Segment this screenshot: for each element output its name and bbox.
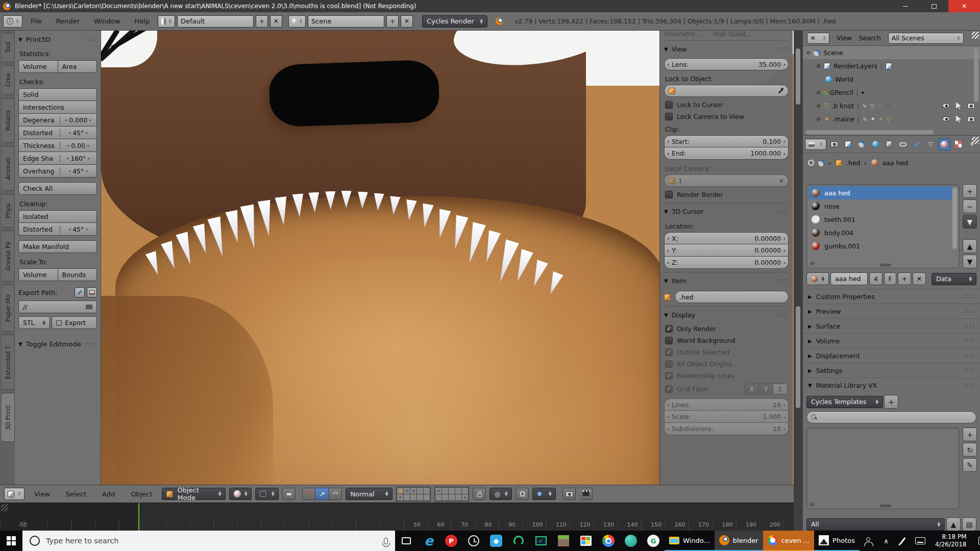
axis-z-toggle[interactable]: Z	[773, 384, 788, 394]
cleanup-distorted-row[interactable]: Distorted ◂45°▸	[18, 223, 97, 236]
add-row-icon[interactable]: ⊕	[810, 260, 815, 267]
lock-to-scene-toggle[interactable]	[473, 488, 486, 500]
collapse-arrow-icon[interactable]: ▼	[664, 46, 668, 52]
editor-type-3dview-button[interactable]: ▲▼	[4, 488, 24, 500]
clear-icon[interactable]: ✕	[779, 177, 784, 185]
checkbox[interactable]: ✓	[665, 372, 673, 380]
screen-layout-selector[interactable]: Default	[177, 15, 254, 28]
taskbar-search-box[interactable]: Type here to search	[22, 531, 395, 551]
selectable-cursor-icon[interactable]	[956, 103, 961, 109]
resize-grip-icon[interactable]	[880, 505, 891, 507]
matlib-template-dropdown[interactable]: Cycles Templates ▲▼	[806, 396, 883, 408]
axis-x-toggle[interactable]: X	[745, 384, 759, 394]
slot-specials-button[interactable]: ▼	[963, 215, 977, 229]
visibility-eye-icon[interactable]	[942, 116, 950, 121]
checkbox[interactable]	[665, 360, 673, 368]
shelf-tab-create[interactable]: Crea	[2, 65, 15, 95]
minimize-button[interactable]: —	[891, 0, 920, 12]
editor-corner-grip[interactable]	[1, 504, 8, 511]
material-slot[interactable]: body.004	[808, 226, 952, 239]
panel-grip-icon[interactable]	[963, 294, 975, 298]
menu-help[interactable]: Help	[128, 17, 156, 25]
check-thickness-row[interactable]: Thickness ◂0.00▸	[18, 139, 97, 152]
overhang-button[interactable]: Overhang	[19, 167, 60, 175]
visibility-eye-icon[interactable]	[942, 103, 950, 108]
fake-user-button[interactable]: F	[884, 272, 896, 285]
grid-lines-field[interactable]: ◂Lines: 16▸	[664, 398, 789, 411]
section-preview[interactable]: ▶ Preview	[803, 304, 980, 318]
material-slot[interactable]: nose	[808, 199, 952, 213]
section-settings[interactable]: ▶ Settings	[803, 363, 980, 378]
menu-render[interactable]: Render	[50, 17, 86, 25]
outliner-row-gpencil[interactable]: ⊕ GPencil |	[803, 86, 980, 99]
outliner-item-label[interactable]: .b knot	[831, 102, 854, 110]
panel-grip-icon[interactable]	[963, 368, 975, 372]
scale-volume-button[interactable]: Volume	[18, 268, 58, 281]
cursor-x-field[interactable]: ◂X: 0.00000▸	[664, 232, 789, 244]
volume-button[interactable]: Volume	[18, 60, 58, 73]
material-slot[interactable]: gumbs.001	[808, 239, 952, 253]
cursor-z-field[interactable]: ◂Z: 0.00000▸	[664, 257, 789, 269]
timeline-editor[interactable]: -505060708090100110120130140150160170180…	[0, 503, 794, 531]
outliner-menu-view[interactable]: View	[837, 34, 852, 42]
unlink-material-button[interactable]: ✕	[913, 272, 926, 285]
image-icon-button[interactable]	[87, 287, 97, 297]
collapse-arrow-icon[interactable]: ▼	[664, 278, 668, 284]
manipulator-translate-button[interactable]: ↗	[315, 488, 329, 500]
clip-end-field[interactable]: ◂End: 1000.000▸	[664, 147, 789, 160]
timeline-playhead[interactable]	[138, 503, 139, 531]
add-layout-button[interactable]: +	[256, 15, 268, 28]
outliner-item-label[interactable]: Scene	[823, 49, 843, 57]
editor-type-properties-button[interactable]: ▲▼	[805, 139, 826, 150]
add-slot-button[interactable]: +	[963, 184, 977, 198]
panel-grip-icon[interactable]	[85, 342, 97, 346]
collapse-arrow-icon[interactable]: ▼	[664, 209, 668, 214]
outliner-item-label[interactable]: RenderLayers	[834, 62, 877, 70]
expand-icon[interactable]: ⊕	[816, 89, 821, 96]
screen-layout-icon-button[interactable]: ▲▼	[158, 15, 175, 28]
panel-grip-icon[interactable]	[963, 309, 975, 313]
expand-icon[interactable]: ⊕	[816, 63, 821, 69]
timeline-ruler[interactable]: -505060708090100110120130140150160170180…	[0, 519, 794, 531]
render-border-row[interactable]: Render Border	[665, 191, 788, 198]
move-slot-down-button[interactable]: ▼	[963, 255, 977, 268]
collapse-arrow-icon[interactable]: ▼	[18, 37, 22, 42]
panel-grip-icon[interactable]	[776, 279, 789, 283]
expand-icon[interactable]: ⊕	[816, 116, 821, 122]
relationship-lines-row[interactable]: ✓ Relationship Lines	[665, 372, 788, 380]
taskbar-pinterest[interactable]: P	[440, 531, 462, 551]
taskbar-grammarly[interactable]: G	[642, 531, 665, 551]
checkbox[interactable]	[665, 337, 673, 344]
grid-scale-field[interactable]: ◂Scale: 1.000▸	[664, 411, 789, 423]
tray-clock[interactable]: 8:18 PM 4/26/2018	[931, 533, 971, 548]
degenerate-button[interactable]: Degenera	[19, 116, 60, 124]
grid-floor-row[interactable]: ✓ Grid Floor X Y Z	[665, 384, 788, 394]
scrollbar[interactable]	[796, 48, 800, 105]
close-layout-button[interactable]: ✕	[270, 15, 282, 28]
material-name-field[interactable]: aaa hed	[830, 272, 868, 285]
transform-orientation-dropdown[interactable]: Normal ▲▼	[346, 488, 393, 500]
shelf-tab-physics[interactable]: Physi	[2, 194, 15, 228]
lock-object-field[interactable]	[664, 85, 789, 97]
axis-y-toggle[interactable]: Y	[759, 384, 773, 394]
scenes-filter-dropdown[interactable]: All Scenes ▲▼	[888, 33, 964, 44]
clip-start-field[interactable]: ◂Start: 0.100▸	[664, 135, 789, 147]
collapse-icon[interactable]: ⊖	[806, 49, 811, 56]
cursor-y-field[interactable]: ◂Y: 0.00000▸	[664, 244, 789, 257]
panel-grip-icon[interactable]	[963, 354, 975, 358]
move-slot-up-button[interactable]: ▲	[963, 239, 977, 253]
scale-bounds-button[interactable]: Bounds	[58, 268, 97, 281]
pivot-center-dropdown[interactable]: ▲▼	[255, 488, 279, 500]
item-name-field[interactable]: .hed	[675, 291, 789, 303]
collapse-arrow-icon[interactable]: ▼	[664, 312, 668, 318]
tab-data-icon[interactable]: ▽	[924, 138, 937, 151]
matlib-browse-button[interactable]: ▤	[962, 517, 976, 531]
viewport-shading-dropdown[interactable]: ▲▼	[229, 488, 252, 500]
tab-constraints-icon[interactable]	[897, 138, 909, 151]
tab-render-icon[interactable]	[828, 138, 840, 151]
export-format-dropdown[interactable]: STL ▲▼	[18, 316, 50, 329]
resize-grip-icon[interactable]	[880, 264, 891, 266]
opengl-render-still-button[interactable]	[562, 488, 576, 500]
task-view-button[interactable]	[395, 531, 418, 551]
outliner-row-b-knot[interactable]: ⊕ ▽ .b knot | ∿ ▽ ⌐	[803, 99, 980, 112]
